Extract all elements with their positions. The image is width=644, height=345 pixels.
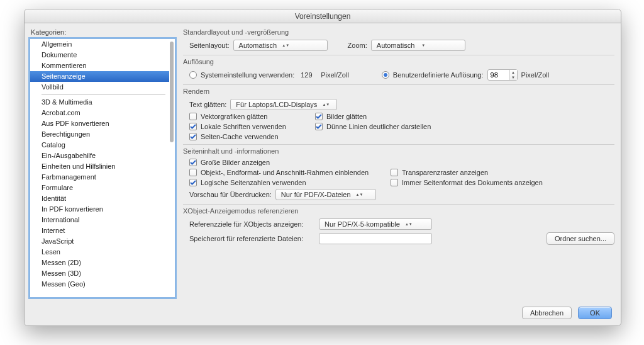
- category-item[interactable]: Formulare: [30, 183, 169, 193]
- system-resolution-unit: Pixel/Zoll: [321, 71, 349, 79]
- preferences-window: Voreinstellungen Kategorien: AllgemeinDo…: [24, 9, 621, 326]
- category-item[interactable]: Einheiten und Hilfslinien: [30, 161, 169, 172]
- category-item[interactable]: Acrobat.com: [30, 108, 169, 118]
- logical-pages-checkbox[interactable]: Logische Seitenzahlen verwenden: [189, 179, 378, 186]
- group-render-title: Rendern: [183, 88, 614, 95]
- category-item[interactable]: Messen (2D): [30, 257, 169, 268]
- seitenlayout-value: Automatisch: [239, 42, 277, 49]
- chevron-updown-icon: ▲▼: [322, 103, 330, 106]
- category-item[interactable]: Berechtigungen: [30, 129, 169, 140]
- system-resolution-value: 129: [301, 71, 317, 79]
- thin-lines-checkbox[interactable]: Dünne Linien deutlicher darstellen: [315, 123, 491, 130]
- categories-listbox[interactable]: AllgemeinDokumenteKommentierenSeitenanze…: [30, 38, 175, 298]
- category-item[interactable]: Internet: [30, 225, 169, 236]
- category-item[interactable]: Messen (Geo): [30, 279, 169, 290]
- overprint-value: Nur für PDF/X-Dateien: [281, 191, 351, 198]
- categories-scrollbar[interactable]: [170, 40, 174, 296]
- category-item[interactable]: Seitenanzeige: [30, 71, 169, 82]
- always-format-checkbox[interactable]: Immer Seitenformat des Dokuments anzeige…: [391, 179, 543, 186]
- zoom-select[interactable]: Automatisch ▼: [371, 40, 465, 51]
- text-smoothing-label: Text glätten:: [189, 101, 226, 108]
- category-item[interactable]: Ein-/Ausgabehilfe: [30, 150, 169, 161]
- custom-resolution-label: Benutzerdefinierte Auflösung:: [393, 71, 484, 79]
- xobject-location-label: Speicherort für referenzierte Dateien:: [189, 235, 315, 242]
- category-item[interactable]: Aus PDF konvertieren: [30, 118, 169, 129]
- window-title: Voreinstellungen: [295, 12, 351, 21]
- zoom-value: Automatisch: [377, 42, 415, 49]
- custom-resolution-spinner[interactable]: ▲▼: [487, 69, 518, 81]
- scrollbar-thumb[interactable]: [170, 42, 174, 142]
- xobject-targets-select[interactable]: Nur PDF/X-5-kompatible ▲▼: [319, 218, 432, 230]
- page-cache-checkbox[interactable]: Seiten-Cache verwenden: [189, 133, 315, 140]
- category-item[interactable]: Lesen: [30, 247, 169, 257]
- custom-resolution-unit: Pixel/Zoll: [521, 71, 550, 79]
- seitenlayout-select[interactable]: Automatisch ▲▼: [233, 40, 328, 51]
- category-item[interactable]: Vollbild: [30, 82, 169, 93]
- category-item[interactable]: Dokumente: [30, 50, 169, 60]
- browse-folder-button[interactable]: Ordner suchen...: [547, 232, 614, 245]
- category-item[interactable]: JavaScript: [30, 236, 169, 247]
- chevron-updown-icon: ▲▼: [282, 44, 289, 47]
- cancel-button[interactable]: Abbrechen: [522, 307, 572, 319]
- local-fonts-checkbox[interactable]: Lokale Schriften verwenden: [189, 123, 315, 130]
- system-resolution-radio[interactable]: [189, 71, 197, 79]
- overprint-label: Vorschau für Überdrucken:: [189, 191, 272, 198]
- overprint-select[interactable]: Nur für PDF/X-Dateien ▲▼: [275, 189, 376, 200]
- categories-label: Kategorien:: [31, 28, 175, 36]
- category-item[interactable]: In PDF konvertieren: [30, 204, 169, 215]
- chevron-down-icon: ▼: [419, 44, 427, 47]
- xobject-targets-label: Referenzziele für XObjects anzeigen:: [189, 220, 315, 228]
- custom-resolution-radio[interactable]: [382, 71, 389, 79]
- vector-smoothing-checkbox[interactable]: Vektorgrafiken glätten: [189, 113, 315, 120]
- chevron-updown-icon: ▲▼: [356, 193, 364, 196]
- transparency-checkbox[interactable]: Transparenzraster anzeigen: [391, 169, 488, 176]
- chevron-updown-icon: ▲▼: [405, 223, 413, 226]
- frames-checkbox[interactable]: Objekt-, Endformat- und Anschnitt-Rahmen…: [189, 169, 378, 176]
- large-images-checkbox[interactable]: Große Bilder anzeigen: [189, 159, 614, 166]
- category-item[interactable]: 3D & Multimedia: [30, 97, 169, 108]
- group-layout-title: Standardlayout und -vergrößerung: [183, 28, 614, 36]
- titlebar: Voreinstellungen: [25, 9, 621, 23]
- category-item[interactable]: Messen (3D): [30, 268, 169, 279]
- seitenlayout-label: Seitenlayout:: [189, 42, 230, 49]
- stepper-updown-icon[interactable]: ▲▼: [509, 70, 517, 80]
- image-smoothing-checkbox[interactable]: Bilder glätten: [315, 113, 491, 120]
- system-resolution-label: Systemeinstellung verwenden:: [201, 71, 294, 79]
- group-xobject-title: XObject-Anzeigemodus referenzieren: [183, 207, 614, 215]
- category-item[interactable]: Farbmanagement: [30, 172, 169, 183]
- group-resolution-title: Auflösung: [183, 58, 614, 65]
- category-item[interactable]: Catalog: [30, 140, 169, 150]
- xobject-location-input[interactable]: [319, 233, 432, 244]
- text-smoothing-value: Für Laptops/LCD-Displays: [236, 101, 317, 108]
- category-item[interactable]: Identität: [30, 193, 169, 204]
- zoom-label: Zoom:: [348, 42, 367, 49]
- text-smoothing-select[interactable]: Für Laptops/LCD-Displays ▲▼: [230, 99, 337, 110]
- category-item[interactable]: International: [30, 215, 169, 225]
- category-item[interactable]: Kommentieren: [30, 60, 169, 71]
- custom-resolution-input[interactable]: [488, 71, 509, 79]
- category-item[interactable]: Allgemein: [30, 39, 169, 50]
- ok-button[interactable]: OK: [578, 307, 612, 319]
- xobject-targets-value: Nur PDF/X-5-kompatible: [325, 220, 400, 228]
- group-content-title: Seiteninhalt und -informationen: [183, 147, 614, 155]
